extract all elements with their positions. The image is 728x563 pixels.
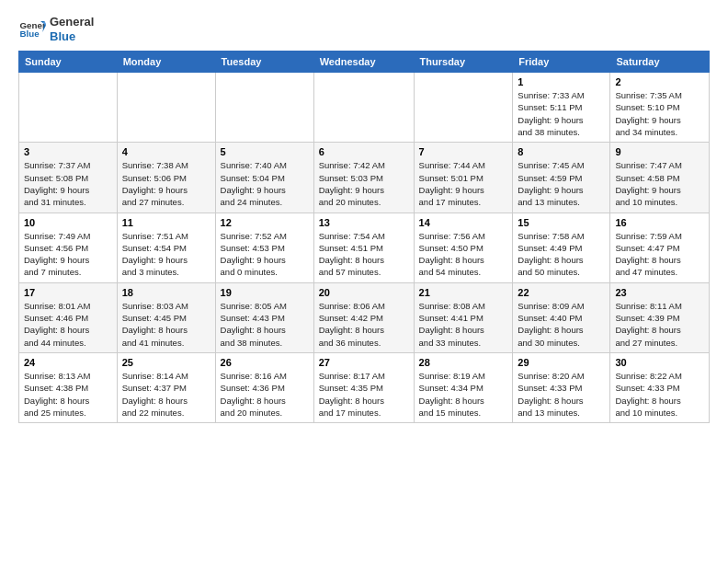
day-info: Sunrise: 8:09 AM Sunset: 4:40 PM Dayligh…	[518, 300, 605, 349]
logo-icon: General Blue	[18, 16, 46, 43]
day-info: Sunrise: 7:40 AM Sunset: 5:04 PM Dayligh…	[221, 159, 309, 208]
calendar-cell: 8Sunrise: 7:45 AM Sunset: 4:59 PM Daylig…	[513, 143, 610, 213]
calendar-cell: 11Sunrise: 7:51 AM Sunset: 4:54 PM Dayli…	[117, 213, 215, 282]
logo-blue: Blue	[50, 29, 94, 44]
logo: General Blue General Blue	[18, 15, 94, 43]
day-number: 28	[419, 357, 508, 368]
logo-general: General	[50, 15, 94, 29]
calendar-cell: 16Sunrise: 7:59 AM Sunset: 4:47 PM Dayli…	[610, 213, 710, 282]
calendar-cell: 10Sunrise: 7:49 AM Sunset: 4:56 PM Dayli…	[19, 213, 118, 282]
day-info: Sunrise: 8:19 AM Sunset: 4:34 PM Dayligh…	[419, 370, 508, 419]
weekday-header: Saturday	[610, 52, 710, 73]
day-info: Sunrise: 7:59 AM Sunset: 4:47 PM Dayligh…	[615, 230, 704, 279]
calendar-cell: 13Sunrise: 7:54 AM Sunset: 4:51 PM Dayli…	[313, 213, 414, 282]
day-number: 10	[24, 217, 112, 228]
day-number: 19	[221, 287, 309, 298]
day-info: Sunrise: 7:58 AM Sunset: 4:49 PM Dayligh…	[518, 230, 605, 279]
day-number: 20	[319, 287, 409, 298]
day-info: Sunrise: 8:13 AM Sunset: 4:38 PM Dayligh…	[24, 370, 112, 419]
day-number: 12	[221, 217, 309, 228]
calendar-cell: 14Sunrise: 7:56 AM Sunset: 4:50 PM Dayli…	[414, 213, 513, 282]
calendar-week-row: 1Sunrise: 7:33 AM Sunset: 5:11 PM Daylig…	[19, 73, 710, 143]
calendar-cell	[313, 73, 414, 143]
day-info: Sunrise: 7:37 AM Sunset: 5:08 PM Dayligh…	[24, 159, 112, 208]
calendar-cell: 3Sunrise: 7:37 AM Sunset: 5:08 PM Daylig…	[19, 143, 118, 213]
day-number: 21	[419, 287, 508, 298]
day-info: Sunrise: 7:38 AM Sunset: 5:06 PM Dayligh…	[122, 159, 210, 208]
calendar-cell: 22Sunrise: 8:09 AM Sunset: 4:40 PM Dayli…	[513, 282, 610, 352]
day-number: 7	[419, 146, 508, 157]
day-number: 25	[122, 357, 210, 368]
day-info: Sunrise: 7:56 AM Sunset: 4:50 PM Dayligh…	[419, 230, 508, 279]
day-info: Sunrise: 8:20 AM Sunset: 4:33 PM Dayligh…	[518, 370, 605, 419]
calendar-cell: 15Sunrise: 7:58 AM Sunset: 4:49 PM Dayli…	[513, 213, 610, 282]
calendar-cell: 25Sunrise: 8:14 AM Sunset: 4:37 PM Dayli…	[117, 352, 215, 422]
day-number: 22	[518, 287, 605, 298]
calendar-cell: 26Sunrise: 8:16 AM Sunset: 4:36 PM Dayli…	[215, 352, 313, 422]
day-number: 3	[24, 146, 112, 157]
calendar-cell: 27Sunrise: 8:17 AM Sunset: 4:35 PM Dayli…	[313, 352, 414, 422]
day-info: Sunrise: 7:52 AM Sunset: 4:53 PM Dayligh…	[221, 230, 309, 279]
page: General Blue General Blue SundayMondayTu…	[0, 0, 728, 432]
calendar-week-row: 17Sunrise: 8:01 AM Sunset: 4:46 PM Dayli…	[19, 282, 710, 352]
calendar-header-row: SundayMondayTuesdayWednesdayThursdayFrid…	[19, 52, 710, 73]
calendar-cell: 20Sunrise: 8:06 AM Sunset: 4:42 PM Dayli…	[313, 282, 414, 352]
calendar-week-row: 3Sunrise: 7:37 AM Sunset: 5:08 PM Daylig…	[19, 143, 710, 213]
day-info: Sunrise: 8:11 AM Sunset: 4:39 PM Dayligh…	[615, 300, 704, 349]
calendar-cell: 19Sunrise: 8:05 AM Sunset: 4:43 PM Dayli…	[215, 282, 313, 352]
svg-text:Blue: Blue	[20, 28, 40, 38]
day-info: Sunrise: 8:05 AM Sunset: 4:43 PM Dayligh…	[221, 300, 309, 349]
day-info: Sunrise: 7:35 AM Sunset: 5:10 PM Dayligh…	[615, 89, 704, 138]
calendar-cell	[117, 73, 215, 143]
day-info: Sunrise: 7:51 AM Sunset: 4:54 PM Dayligh…	[122, 230, 210, 279]
day-number: 14	[419, 217, 508, 228]
day-info: Sunrise: 8:22 AM Sunset: 4:33 PM Dayligh…	[615, 370, 704, 419]
day-number: 30	[615, 357, 704, 368]
calendar-week-row: 10Sunrise: 7:49 AM Sunset: 4:56 PM Dayli…	[19, 213, 710, 282]
calendar-cell: 6Sunrise: 7:42 AM Sunset: 5:03 PM Daylig…	[313, 143, 414, 213]
calendar-week-row: 24Sunrise: 8:13 AM Sunset: 4:38 PM Dayli…	[19, 352, 710, 422]
calendar-cell: 28Sunrise: 8:19 AM Sunset: 4:34 PM Dayli…	[414, 352, 513, 422]
weekday-header: Sunday	[19, 52, 118, 73]
day-number: 24	[24, 357, 112, 368]
calendar-cell: 7Sunrise: 7:44 AM Sunset: 5:01 PM Daylig…	[414, 143, 513, 213]
day-number: 23	[615, 287, 704, 298]
day-number: 1	[518, 76, 605, 87]
day-number: 16	[615, 217, 704, 228]
calendar-cell: 29Sunrise: 8:20 AM Sunset: 4:33 PM Dayli…	[513, 352, 610, 422]
day-info: Sunrise: 7:42 AM Sunset: 5:03 PM Dayligh…	[319, 159, 409, 208]
day-number: 15	[518, 217, 605, 228]
calendar-cell: 12Sunrise: 7:52 AM Sunset: 4:53 PM Dayli…	[215, 213, 313, 282]
day-number: 6	[319, 146, 409, 157]
calendar-cell: 2Sunrise: 7:35 AM Sunset: 5:10 PM Daylig…	[610, 73, 710, 143]
header: General Blue General Blue	[18, 15, 710, 43]
day-info: Sunrise: 8:14 AM Sunset: 4:37 PM Dayligh…	[122, 370, 210, 419]
day-number: 13	[319, 217, 409, 228]
calendar-table: SundayMondayTuesdayWednesdayThursdayFrid…	[18, 51, 710, 423]
day-info: Sunrise: 8:03 AM Sunset: 4:45 PM Dayligh…	[122, 300, 210, 349]
day-number: 18	[122, 287, 210, 298]
calendar-cell: 5Sunrise: 7:40 AM Sunset: 5:04 PM Daylig…	[215, 143, 313, 213]
day-number: 11	[122, 217, 210, 228]
calendar-cell: 23Sunrise: 8:11 AM Sunset: 4:39 PM Dayli…	[610, 282, 710, 352]
calendar-cell	[414, 73, 513, 143]
day-number: 4	[122, 146, 210, 157]
calendar-cell: 4Sunrise: 7:38 AM Sunset: 5:06 PM Daylig…	[117, 143, 215, 213]
day-number: 2	[615, 76, 704, 87]
day-info: Sunrise: 7:54 AM Sunset: 4:51 PM Dayligh…	[319, 230, 409, 279]
day-info: Sunrise: 8:16 AM Sunset: 4:36 PM Dayligh…	[221, 370, 309, 419]
day-number: 5	[221, 146, 309, 157]
calendar-cell: 24Sunrise: 8:13 AM Sunset: 4:38 PM Dayli…	[19, 352, 118, 422]
day-info: Sunrise: 7:45 AM Sunset: 4:59 PM Dayligh…	[518, 159, 605, 208]
day-info: Sunrise: 7:49 AM Sunset: 4:56 PM Dayligh…	[24, 230, 112, 279]
day-number: 9	[615, 146, 704, 157]
weekday-header: Thursday	[414, 52, 513, 73]
day-number: 17	[24, 287, 112, 298]
weekday-header: Wednesday	[313, 52, 414, 73]
weekday-header: Tuesday	[215, 52, 313, 73]
weekday-header: Friday	[513, 52, 610, 73]
day-info: Sunrise: 7:47 AM Sunset: 4:58 PM Dayligh…	[615, 159, 704, 208]
calendar-cell	[215, 73, 313, 143]
calendar-cell: 21Sunrise: 8:08 AM Sunset: 4:41 PM Dayli…	[414, 282, 513, 352]
calendar-cell: 9Sunrise: 7:47 AM Sunset: 4:58 PM Daylig…	[610, 143, 710, 213]
